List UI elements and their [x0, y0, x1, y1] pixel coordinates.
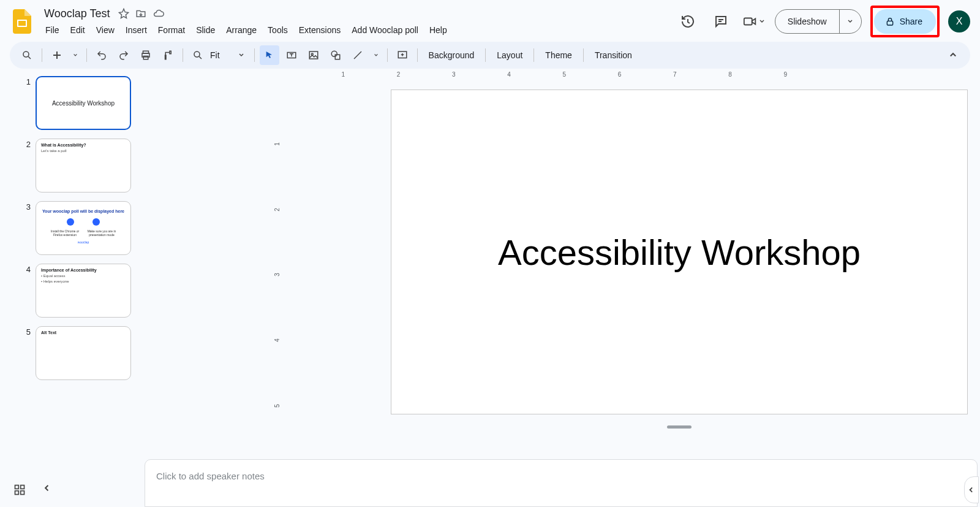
svg-rect-3 — [887, 21, 892, 25]
canvas-area: 1 2 3 4 5 6 7 8 9 1 2 3 4 5 Accessibilit… — [143, 69, 980, 507]
slide-number: 4 — [21, 264, 31, 274]
menu-edit[interactable]: Edit — [66, 23, 90, 37]
star-icon[interactable] — [118, 8, 129, 19]
slide-thumb-1[interactable]: Accessibility Workshop — [36, 76, 131, 130]
svg-rect-16 — [21, 486, 24, 489]
slide-number: 1 — [21, 76, 31, 86]
account-avatar[interactable]: X — [948, 10, 970, 32]
title-area: Wooclap Test File Edit View Insert Forma… — [39, 6, 452, 37]
textbox-tool[interactable] — [282, 45, 301, 65]
svg-rect-13 — [335, 55, 340, 59]
slide-number: 2 — [21, 139, 31, 149]
menu-format[interactable]: Format — [153, 23, 190, 37]
menu-bar: File Edit View Insert Format Slide Arran… — [39, 23, 452, 37]
image-tool[interactable] — [304, 45, 323, 65]
left-gutter — [0, 69, 21, 507]
search-menus-icon[interactable] — [17, 45, 37, 65]
line-tool[interactable] — [348, 45, 368, 65]
slides-logo[interactable] — [10, 9, 34, 34]
slideshow-dropdown[interactable] — [839, 10, 861, 33]
share-label: Share — [900, 17, 922, 26]
menu-view[interactable]: View — [91, 23, 119, 37]
theme-button[interactable]: Theme — [539, 45, 578, 65]
doc-title[interactable]: Wooclap Test — [42, 6, 112, 21]
slide-panel[interactable]: 1 Accessibility Workshop 2 What is Acces… — [21, 69, 143, 507]
menu-tools[interactable]: Tools — [263, 23, 293, 37]
side-panel-toggle[interactable] — [964, 476, 979, 503]
ruler-horizontal[interactable]: 1 2 3 4 5 6 7 8 9 — [288, 71, 870, 80]
shape-tool[interactable] — [326, 45, 345, 65]
line-dropdown[interactable] — [370, 45, 382, 65]
new-slide-dropdown[interactable] — [69, 45, 81, 65]
zoom-select[interactable]: Fit — [210, 50, 249, 60]
menu-insert[interactable]: Insert — [121, 23, 152, 37]
transition-button[interactable]: Transition — [589, 45, 638, 65]
header: Wooclap Test File Edit View Insert Forma… — [0, 0, 980, 39]
slide-thumb-3[interactable]: Your wooclap poll will be displayed here… — [36, 201, 131, 255]
history-icon[interactable] — [676, 9, 700, 34]
cloud-icon[interactable] — [153, 8, 165, 19]
menu-arrange[interactable]: Arrange — [221, 23, 262, 37]
slide-title-text[interactable]: Accessibility Workshop — [498, 232, 861, 273]
zoom-icon[interactable] — [188, 45, 208, 65]
menu-slide[interactable]: Slide — [191, 23, 220, 37]
slide-thumb-5[interactable]: Alt Text — [36, 326, 131, 380]
slide-thumb-2[interactable]: What is Accessibility? Let's take a poll — [36, 139, 131, 193]
svg-rect-1 — [18, 21, 26, 26]
slideshow-button[interactable]: Slideshow — [775, 10, 839, 33]
menu-wooclap[interactable]: Add Wooclap poll — [347, 23, 423, 37]
comment-icon[interactable] — [709, 9, 733, 34]
grid-view-icon[interactable] — [13, 484, 26, 496]
svg-rect-15 — [15, 486, 19, 489]
slide-thumb-4[interactable]: Importance of Accessibility • Equal acce… — [36, 264, 131, 318]
print-button[interactable] — [136, 45, 156, 65]
svg-rect-10 — [309, 51, 318, 59]
slideshow-group: Slideshow — [775, 9, 862, 34]
select-tool[interactable] — [260, 45, 279, 65]
new-slide-button[interactable] — [47, 45, 67, 65]
paint-format-button[interactable] — [158, 45, 178, 65]
svg-point-12 — [331, 51, 337, 56]
share-button[interactable]: Share — [874, 9, 936, 34]
header-right: Slideshow Share X — [676, 6, 970, 37]
menu-help[interactable]: Help — [424, 23, 452, 37]
svg-rect-18 — [21, 491, 24, 495]
layout-button[interactable]: Layout — [491, 45, 529, 65]
svg-rect-17 — [15, 491, 19, 495]
comment-tool[interactable] — [393, 45, 412, 65]
background-button[interactable]: Background — [423, 45, 481, 65]
menu-extensions[interactable]: Extensions — [294, 23, 345, 37]
slide-number: 3 — [21, 201, 31, 212]
undo-button[interactable] — [92, 45, 111, 65]
move-icon[interactable] — [135, 8, 146, 19]
collapse-toolbar-icon[interactable] — [943, 45, 963, 65]
meet-icon[interactable] — [742, 9, 766, 34]
lock-icon — [885, 17, 895, 26]
svg-point-8 — [194, 51, 200, 57]
svg-point-4 — [23, 51, 29, 57]
menu-file[interactable]: File — [40, 23, 64, 37]
toolbar: Fit Background Layout Theme Transition — [10, 42, 970, 69]
notes-resize-handle[interactable] — [667, 425, 692, 429]
speaker-notes[interactable]: Click to add speaker notes — [145, 459, 978, 507]
bottom-left-controls — [13, 484, 51, 496]
share-highlight: Share — [870, 6, 940, 37]
slide-number: 5 — [21, 326, 31, 337]
svg-rect-2 — [744, 18, 752, 25]
explore-back-icon[interactable] — [43, 484, 51, 496]
redo-button[interactable] — [114, 45, 134, 65]
ruler-vertical[interactable]: 1 2 3 4 5 — [276, 82, 284, 446]
slide-canvas[interactable]: Accessibility Workshop — [391, 90, 968, 414]
